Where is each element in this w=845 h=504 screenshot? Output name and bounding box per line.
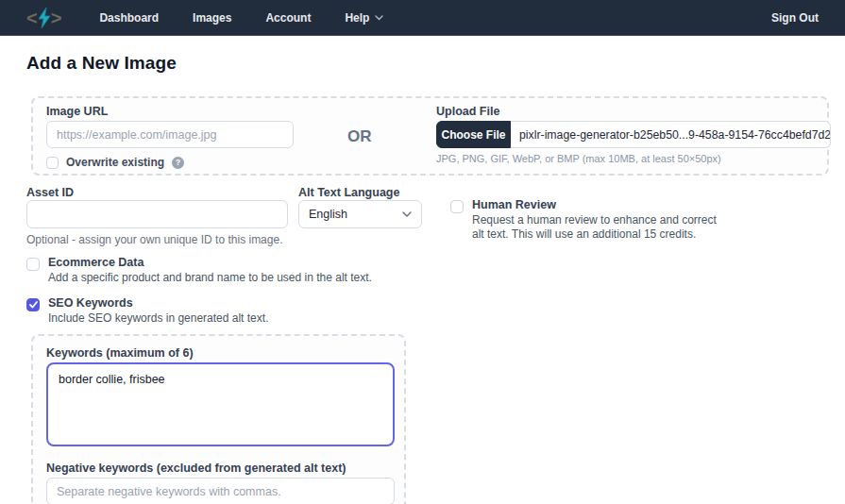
asset-id-label: Asset ID: [26, 186, 74, 199]
asset-id-input[interactable]: [26, 200, 288, 228]
ecommerce-data-label: Ecommerce Data: [48, 256, 372, 269]
navbar: < > Dashboard Images Account Help Sign O…: [0, 0, 845, 36]
logo-right-bracket: >: [51, 8, 62, 27]
choose-file-button[interactable]: Choose File: [436, 121, 511, 148]
overwrite-existing-label: Overwrite existing: [66, 156, 164, 169]
asset-id-help: Optional - assign your own unique ID to …: [26, 233, 282, 246]
chevron-down-icon: [375, 15, 383, 21]
keywords-textarea[interactable]: border collie, frisbee: [46, 362, 395, 446]
chevron-down-icon: [402, 211, 412, 217]
app-logo[interactable]: < >: [26, 8, 61, 28]
image-url-input[interactable]: [46, 121, 294, 148]
checkmark-icon: [29, 301, 38, 309]
overwrite-existing-checkbox[interactable]: [46, 157, 59, 169]
seo-keywords-description: Include SEO keywords in generated alt te…: [48, 311, 268, 326]
seo-keywords-checkbox[interactable]: [26, 298, 40, 311]
selected-filename: pixlr-image-generator-b25eb50...9-458a-9…: [511, 121, 831, 148]
page: < > Dashboard Images Account Help Sign O…: [0, 0, 845, 504]
or-divider: OR: [347, 127, 372, 146]
nav-account[interactable]: Account: [265, 11, 311, 25]
seo-keywords-block: SEO Keywords Include SEO keywords in gen…: [26, 296, 555, 326]
negative-keywords-input[interactable]: [46, 478, 395, 504]
upload-file-label: Upload File: [436, 105, 499, 118]
nav-help[interactable]: Help: [345, 11, 383, 25]
page-title: Add a New Image: [26, 53, 177, 74]
human-review-checkbox[interactable]: [450, 200, 464, 213]
sign-out-link[interactable]: Sign Out: [771, 11, 819, 25]
negative-keywords-label: Negative keywords (excluded from generat…: [46, 462, 346, 475]
image-url-label: Image URL: [46, 105, 108, 118]
nav-images[interactable]: Images: [193, 11, 231, 25]
ecommerce-data-description: Add a specific product and brand name to…: [48, 271, 372, 285]
upload-format-help: JPG, PNG, GIF, WebP, or BMP (max 10MB, a…: [436, 153, 721, 164]
alt-text-language-label: Alt Text Language: [298, 186, 399, 199]
human-review-description: Request a human review to enhance and co…: [472, 213, 729, 242]
file-upload-control: Choose File pixlr-image-generator-b25eb5…: [436, 121, 831, 148]
language-selected-value: English: [309, 208, 347, 221]
keywords-label: Keywords (maximum of 6): [46, 346, 194, 360]
human-review-block: Human Review Request a human review to e…: [450, 198, 734, 242]
nav-links: Dashboard Images Account Help: [99, 11, 383, 25]
human-review-label: Human Review: [472, 198, 729, 211]
overwrite-existing-row: Overwrite existing ?: [46, 156, 184, 169]
ecommerce-data-checkbox[interactable]: [26, 258, 40, 271]
lightning-bolt-icon: [37, 8, 52, 28]
seo-keywords-label: SEO Keywords: [48, 296, 268, 310]
language-select[interactable]: English: [298, 200, 422, 228]
help-icon[interactable]: ?: [172, 157, 184, 169]
ecommerce-data-block: Ecommerce Data Add a specific product an…: [26, 256, 555, 285]
image-source-box: Image URL Overwrite existing ? OR Upload…: [31, 96, 829, 176]
keywords-box: Keywords (maximum of 6) border collie, f…: [31, 334, 406, 504]
nav-dashboard[interactable]: Dashboard: [99, 11, 159, 25]
